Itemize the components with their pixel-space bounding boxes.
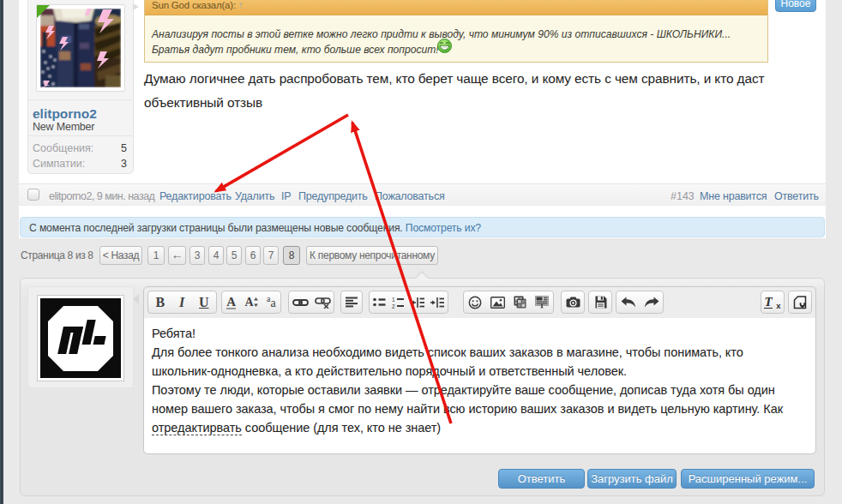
svg-text:2: 2 [392, 303, 395, 309]
svg-text:1: 1 [392, 297, 395, 303]
